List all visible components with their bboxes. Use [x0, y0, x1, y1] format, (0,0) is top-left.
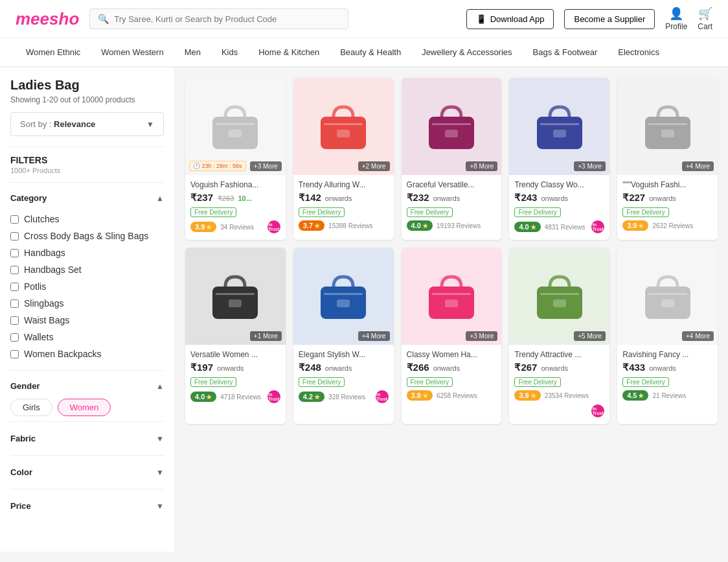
filter-item-waist-bags[interactable]: Waist Bags: [10, 312, 164, 329]
svg-rect-8: [445, 130, 458, 137]
product-image-wrap: +8 More: [402, 78, 502, 175]
price-filter-section: Price ▼: [10, 495, 164, 517]
gender-girls-button[interactable]: Girls: [10, 399, 52, 416]
svg-rect-20: [337, 299, 350, 307]
nav-item-men[interactable]: Men: [174, 38, 211, 66]
svg-rect-7: [432, 123, 471, 125]
filter-item-wallets[interactable]: Wallets: [10, 329, 164, 345]
product-card[interactable]: +5 More Trendy Attractive ... ₹267onward…: [509, 248, 609, 424]
logo[interactable]: meesho: [16, 9, 79, 29]
price-main: ₹142: [299, 192, 321, 204]
profile-icon: 👤: [669, 6, 683, 21]
bag-illustration: [314, 97, 372, 156]
svg-rect-5: [337, 130, 350, 137]
price-filter-header[interactable]: Price ▼: [10, 495, 164, 517]
product-card[interactable]: +3 More Trendy Classy Wo... ₹243onwards …: [509, 78, 609, 240]
more-badge: +3 More: [250, 161, 282, 171]
category-filter-items: Clutches Cross Body Bags & Sling Bags Ha…: [10, 208, 164, 365]
search-input[interactable]: [114, 14, 340, 24]
download-app-button[interactable]: 📱 Download App: [466, 9, 554, 29]
filter-item-potlis[interactable]: Potlis: [10, 278, 164, 295]
free-delivery-badge: Free Delivery: [407, 207, 453, 217]
product-card[interactable]: +2 More Trendy Alluring W... ₹142onwards…: [293, 78, 394, 240]
showing-count: Showing 1-20 out of 10000 products: [10, 95, 164, 104]
product-name: Voguish Fashiona...: [190, 180, 280, 189]
free-delivery-badge: Free Delivery: [299, 207, 345, 217]
filter-item-handbags-set[interactable]: Handbags Set: [10, 261, 164, 278]
rating-badge: 3.9 ★: [622, 220, 648, 231]
price-original: ₹263: [218, 194, 234, 203]
filter-item-clutches[interactable]: Clutches: [10, 211, 164, 228]
wallets-checkbox[interactable]: [10, 333, 19, 342]
fabric-filter-header[interactable]: Fabric ▼: [10, 427, 164, 450]
nav-item-home-kitchen[interactable]: Home & Kitchen: [248, 38, 330, 66]
chevron-up-icon: ▲: [156, 194, 164, 203]
filter-item-handbags[interactable]: Handbags: [10, 244, 164, 261]
reviews-text: 34 Reviews: [220, 224, 254, 231]
nav-item-women-western[interactable]: Women Western: [91, 38, 174, 66]
product-grid: 🕐 23h : 26m : 56s+3 More Voguish Fashion…: [185, 78, 718, 424]
nav-item-electronics[interactable]: Electronics: [608, 38, 670, 66]
divider2: [10, 182, 164, 183]
product-price-row: ₹232onwards: [407, 192, 497, 204]
crossbody-checkbox[interactable]: [10, 232, 19, 240]
waist-bags-checkbox[interactable]: [10, 316, 19, 325]
handbags-checkbox[interactable]: [10, 249, 19, 257]
rating-badge: 4.2 ★: [299, 392, 324, 402]
nav-item-women-ethnic[interactable]: Women Ethnic: [16, 38, 91, 66]
category-filter-section: Category ▲ Clutches Cross Body Bags & Sl…: [10, 188, 164, 365]
product-price-row: ₹142onwards: [299, 192, 389, 204]
nav-item-bags-footwear[interactable]: Bags & Footwear: [523, 38, 608, 66]
rating-row: 4.0 ★ 19193 Reviews: [407, 220, 497, 231]
filter-item-slingbags[interactable]: Slingbags: [10, 295, 164, 312]
become-supplier-button[interactable]: Become a Supplier: [564, 9, 655, 29]
product-card[interactable]: +4 More Elegant Stylish W... ₹248onwards…: [293, 248, 394, 424]
filters-title: FILTERS: [10, 155, 164, 165]
nav-item-kids[interactable]: Kids: [211, 38, 248, 66]
product-card[interactable]: 🕐 23h : 26m : 56s+3 More Voguish Fashion…: [185, 78, 286, 240]
potlis-checkbox[interactable]: [10, 283, 19, 291]
women-backpacks-checkbox[interactable]: [10, 350, 19, 358]
product-image-wrap: +5 More: [509, 248, 609, 345]
handbags-set-checkbox[interactable]: [10, 266, 19, 274]
profile-button[interactable]: 👤 Profile: [665, 6, 687, 31]
svg-rect-23: [445, 299, 458, 307]
category-filter-header[interactable]: Category ▲: [10, 188, 164, 208]
filter-item-women-backpacks[interactable]: Women Backpacks: [10, 345, 164, 362]
sort-dropdown[interactable]: Sort by : Relevance ▼: [10, 112, 164, 136]
svg-rect-16: [216, 293, 255, 295]
product-card[interactable]: +1 More Versatile Women ... ₹197onwards …: [185, 248, 286, 424]
mtrust-badge: mTrust: [267, 220, 280, 233]
product-card[interactable]: +4 More """Voguish Fashi... ₹227onwards …: [617, 78, 718, 240]
product-card[interactable]: +3 More Classy Women Ha... ₹266onwards F…: [402, 248, 502, 424]
product-image-wrap: +1 More: [185, 248, 286, 345]
product-name: Classy Women Ha...: [407, 350, 497, 359]
nav-item-jewellery[interactable]: Jewellery & Accessories: [411, 38, 522, 66]
price-main: ₹267: [514, 362, 537, 373]
product-card[interactable]: +8 More Graceful Versatile... ₹232onward…: [402, 78, 502, 240]
nav-item-beauty-health[interactable]: Beauty & Health: [330, 38, 411, 66]
divider5: [10, 455, 164, 456]
rating-badge: 4.0 ★: [190, 392, 216, 402]
gender-women-button[interactable]: Women: [58, 399, 111, 416]
color-filter-header[interactable]: Color ▼: [10, 461, 164, 484]
product-price-row: ₹267onwards: [514, 362, 604, 373]
page-title: Ladies Bag: [10, 78, 164, 93]
slingbags-checkbox[interactable]: [10, 299, 19, 308]
product-info: Versatile Women ... ₹197onwards Free Del…: [185, 345, 286, 410]
product-image-wrap: +4 More: [617, 248, 718, 345]
product-price-row: ₹243onwards: [514, 192, 604, 204]
svg-rect-17: [229, 299, 242, 307]
header: meesho 🔍 📱 Download App Become a Supplie…: [0, 0, 728, 38]
product-card[interactable]: +4 More Ravishing Fancy ... ₹433onwards …: [617, 248, 718, 424]
divider4: [10, 421, 164, 422]
filter-item-crossbody[interactable]: Cross Body Bags & Sling Bags: [10, 228, 164, 244]
divider3: [10, 370, 164, 371]
product-image-wrap: +4 More: [293, 248, 394, 345]
gender-filter-header[interactable]: Gender ▲: [10, 376, 164, 396]
price-main: ₹433: [622, 362, 645, 373]
cart-button[interactable]: 🛒 Cart: [698, 6, 712, 31]
clutches-checkbox[interactable]: [10, 215, 19, 224]
product-info: Elegant Stylish W... ₹248onwards Free De…: [293, 345, 394, 410]
svg-rect-28: [648, 293, 687, 295]
